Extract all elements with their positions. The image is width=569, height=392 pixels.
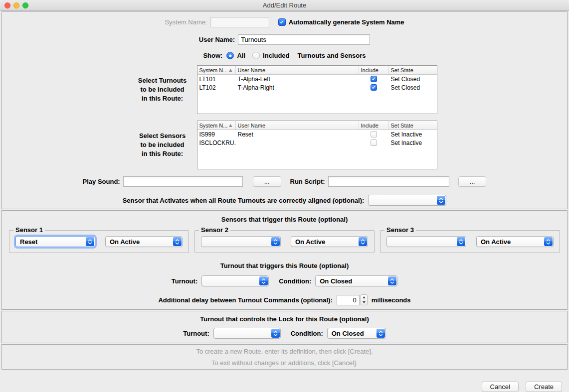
system-name-row: System Name: Automatically generate Syst… (2, 17, 567, 27)
route-definition-panel: System Name: Automatically generate Syst… (1, 11, 568, 209)
window-title: Add/Edit Route (263, 1, 306, 9)
turnouts-col-set-state[interactable]: Set State (389, 66, 437, 74)
chevron-up-down-icon (271, 329, 280, 338)
user-name-input[interactable] (238, 34, 370, 45)
system-name-input[interactable] (210, 17, 269, 27)
sensors-block: Select Sensors to be included in this Ro… (2, 121, 567, 169)
user-name-row: User Name: (2, 34, 567, 45)
combo-value: On Closed (328, 330, 376, 337)
combo-value: Reset (16, 238, 85, 246)
aligned-sensor-select[interactable] (368, 195, 446, 206)
dialog-content: System Name: Automatically generate Syst… (0, 11, 569, 377)
delay-stepper[interactable] (361, 294, 368, 305)
lock-condition-label: Condition: (291, 330, 323, 337)
sensor-3-group: Sensor 3 On Active (380, 230, 560, 253)
sensor-1-select[interactable]: Reset (15, 236, 95, 247)
lock-turnout-label: Turnout: (183, 330, 209, 337)
set-state-cell[interactable]: Set Inactive (389, 131, 437, 138)
set-state-cell[interactable]: Set Closed (389, 76, 437, 83)
table-row: LT101 T-Alpha-Left Set Closed (197, 75, 437, 83)
user-name-cell: T-Alpha-Right (236, 84, 359, 91)
turnout-trigger-row: Turnout: Condition: On Closed (2, 275, 567, 286)
turnout-trigger-title: Turnout that triggers this Route (option… (2, 262, 567, 269)
sort-ascending-icon: ▲ (229, 68, 232, 72)
user-name-cell: Reset (236, 131, 359, 138)
chevron-up-down-icon (544, 237, 553, 246)
show-included-radio[interactable] (252, 52, 260, 59)
lock-panel: Turnout that controls the Lock for this … (1, 311, 568, 343)
create-hint: To create a new Route, enter its definit… (2, 348, 567, 355)
include-checkbox[interactable] (371, 131, 377, 137)
lock-section-title: Turnout that controls the Lock for this … (2, 315, 567, 323)
sensors-col-user-name[interactable]: User Name (236, 121, 359, 130)
include-checkbox[interactable] (371, 84, 377, 91)
turnouts-block: Select Turnouts to be included in this R… (2, 65, 567, 114)
show-all-radio[interactable] (226, 52, 234, 59)
hints-panel: To create a new Route, enter its definit… (1, 344, 568, 370)
turnouts-col-user-name[interactable]: User Name (236, 66, 359, 74)
chevron-up-down-icon (437, 196, 445, 205)
chevron-up-down-icon (86, 237, 94, 246)
set-state-cell[interactable]: Set Inactive (389, 139, 437, 146)
cancel-button[interactable]: Cancel (482, 382, 519, 392)
turnouts-table: System N... ▲ User Name Include Set Stat… (197, 65, 437, 114)
chevron-up-down-icon (271, 237, 280, 246)
include-checkbox[interactable] (371, 76, 377, 82)
add-edit-route-window: Add/Edit Route System Name: Automaticall… (0, 0, 569, 392)
sensors-table: System N... ▲ User Name Include Set Stat… (197, 121, 437, 169)
aligned-sensor-row: Sensor that Activates when all Route Tur… (2, 195, 567, 206)
titlebar: Add/Edit Route (0, 0, 569, 11)
combo-value: On Active (106, 238, 173, 246)
sensors-col-set-state[interactable]: Set State (389, 121, 437, 130)
sensors-col-system-name[interactable]: System N... ▲ (197, 121, 236, 130)
turnouts-col-system-name[interactable]: System N... ▲ (197, 66, 236, 74)
sensor-3-mode-select[interactable]: On Active (476, 236, 554, 247)
include-checkbox[interactable] (371, 139, 377, 146)
system-name-label: System Name: (165, 18, 207, 26)
sensor-2-group: Sensor 2 On Active (194, 230, 375, 253)
lock-turnout-select[interactable] (213, 328, 281, 339)
sensor-1-group: Sensor 1 Reset On Active (9, 230, 189, 253)
condition-label: Condition: (279, 277, 311, 285)
stepper-up-icon[interactable] (361, 295, 367, 300)
chevron-up-down-icon (359, 237, 367, 246)
turnouts-col-include[interactable]: Include (359, 66, 389, 74)
play-sound-input[interactable] (123, 176, 243, 187)
chevron-up-down-icon (259, 276, 268, 285)
user-name-cell: T-Alpha-Left (236, 76, 359, 83)
set-state-cell[interactable]: Set Closed (389, 84, 437, 91)
sensors-col-include[interactable]: Include (359, 121, 389, 130)
run-script-input[interactable] (328, 176, 449, 187)
trigger-condition-select[interactable]: On Closed (315, 275, 397, 286)
trigger-turnout-select[interactable] (201, 275, 269, 286)
aligned-sensor-label: Sensor that Activates when all Route Tur… (123, 197, 365, 204)
sensor-2-select[interactable] (201, 236, 281, 247)
chevron-up-down-icon (173, 237, 182, 246)
minimize-window-button[interactable] (13, 2, 19, 8)
delay-input[interactable] (337, 295, 360, 305)
stepper-down-icon[interactable] (361, 300, 367, 305)
play-sound-label: Play Sound: (83, 178, 120, 185)
auto-system-name-checkbox[interactable] (278, 18, 286, 26)
show-included-label: Included (263, 52, 289, 59)
close-window-button[interactable] (4, 2, 10, 8)
combo-value: On Active (477, 238, 544, 246)
play-sound-browse-button[interactable]: ... (253, 176, 281, 187)
zoom-window-button[interactable] (22, 2, 28, 8)
lock-condition-select[interactable]: On Closed (327, 328, 386, 339)
create-button[interactable]: Create (526, 382, 562, 392)
sensor-3-group-title: Sensor 3 (384, 226, 416, 234)
system-name-cell: LT101 (197, 76, 236, 83)
sensor-3-select[interactable] (386, 236, 466, 247)
button-bar: Cancel Create (0, 377, 569, 392)
trigger-section-title: Sensors that trigger this Route (optiona… (2, 216, 567, 223)
combo-value: On Closed (316, 277, 387, 285)
chevron-up-down-icon (377, 329, 385, 338)
sensors-table-header: System N... ▲ User Name Include Set Stat… (197, 121, 437, 130)
show-suffix-label: Turnouts and Sensors (298, 52, 366, 59)
sensor-2-mode-select[interactable]: On Active (291, 236, 368, 247)
turnouts-table-header: System N... ▲ User Name Include Set Stat… (197, 66, 437, 75)
run-script-browse-button[interactable]: ... (458, 176, 487, 187)
sensor-1-mode-select[interactable]: On Active (105, 236, 183, 247)
turnout-label: Turnout: (172, 277, 197, 285)
